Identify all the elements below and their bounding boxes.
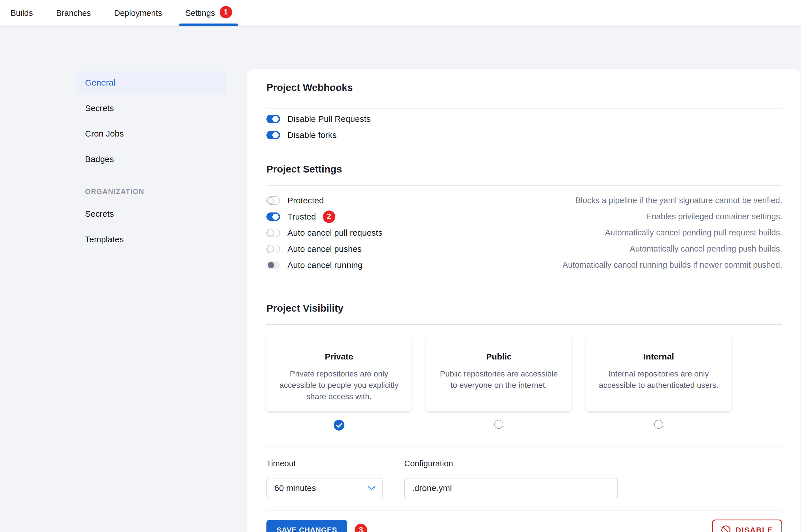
trusted-toggle[interactable] <box>266 212 280 221</box>
protected-toggle[interactable] <box>266 196 280 205</box>
configuration-label: Configuration <box>404 459 618 468</box>
visibility-cards: Private Private repositories are only ac… <box>266 336 782 411</box>
toggle-knob <box>268 262 274 268</box>
radio-cell-internal <box>586 420 731 431</box>
toggle-knob <box>267 229 274 236</box>
tab-builds[interactable]: Builds <box>11 0 33 26</box>
radio-cell-public <box>426 420 572 431</box>
tab-deployments[interactable]: Deployments <box>114 0 162 26</box>
visibility-card-public[interactable]: Public Public repositories are accessibl… <box>426 336 572 411</box>
save-changes-button[interactable]: SAVE CHANGES <box>266 520 347 532</box>
tab-builds-label: Builds <box>11 8 33 18</box>
public-radio[interactable] <box>494 420 503 429</box>
sidebar-item-label: Badges <box>85 154 114 164</box>
toggle-row-disable-forks: Disable forks <box>266 127 782 143</box>
setting-description: Blocks a pipeline if the yaml signature … <box>575 196 782 205</box>
project-settings-section-title: Project Settings <box>266 164 782 175</box>
toggle-knob <box>273 214 279 220</box>
toggle-label: Trusted <box>287 212 316 222</box>
timeout-field-group: Timeout 60 minutes <box>266 459 383 498</box>
actions-row: SAVE CHANGES 3 DISABLE <box>266 519 782 532</box>
project-settings-toggle-group: Protected Blocks a pipeline if the yaml … <box>266 192 782 273</box>
divider <box>266 108 782 109</box>
step-badge-3: 3 <box>355 524 367 532</box>
configuration-field-group: Configuration <box>404 459 618 498</box>
auto-cancel-pull-requests-toggle[interactable] <box>266 229 280 237</box>
divider <box>266 446 782 446</box>
divider <box>266 324 782 325</box>
sidebar-item-label: Cron Jobs <box>85 129 124 138</box>
toggle-label: Auto cancel running <box>287 260 362 270</box>
visibility-card-description: Public repositories are accessible to ev… <box>438 368 559 391</box>
sidebar-item-cron-jobs[interactable]: Cron Jobs <box>76 122 226 146</box>
toggle-row-trusted: Trusted 2 Enables privileged container s… <box>266 209 782 225</box>
check-icon <box>336 423 342 428</box>
timeout-select[interactable]: 60 minutes <box>266 478 383 498</box>
toggle-row-auto-cancel-pushes: Auto cancel pushes Automatically cancel … <box>266 241 782 257</box>
webhooks-toggle-group: Disable Pull Requests Disable forks <box>266 111 782 143</box>
disable-pull-requests-toggle[interactable] <box>266 115 280 123</box>
auto-cancel-running-toggle[interactable] <box>266 261 280 269</box>
top-nav: Builds Branches Deployments Settings 1 <box>0 0 801 26</box>
step-badge-1: 1 <box>220 6 232 18</box>
settings-sidebar: General Secrets Cron Jobs Badges ORGANIZ… <box>76 71 226 253</box>
webhooks-section-title: Project Webhooks <box>266 82 782 93</box>
tab-settings-label: Settings <box>185 8 215 18</box>
visibility-radio-row <box>266 420 782 431</box>
sidebar-item-org-secrets[interactable]: Secrets <box>76 202 226 226</box>
disable-forks-toggle[interactable] <box>266 131 280 139</box>
active-tab-indicator <box>179 23 238 26</box>
sidebar-section-organization: ORGANIZATION <box>76 188 226 196</box>
visibility-section-title: Project Visibility <box>266 303 782 314</box>
sidebar-item-general[interactable]: General <box>76 71 226 95</box>
setting-description: Enables privileged container settings. <box>646 212 782 221</box>
tab-deployments-label: Deployments <box>114 8 162 18</box>
prohibition-icon <box>721 526 730 532</box>
private-radio-checked[interactable] <box>334 420 344 431</box>
tab-settings[interactable]: Settings 1 <box>185 0 232 26</box>
toggle-label: Disable forks <box>287 130 336 140</box>
timeout-selected-value: 60 minutes <box>274 483 316 493</box>
internal-radio[interactable] <box>654 420 663 429</box>
configuration-input[interactable] <box>404 478 618 498</box>
setting-description: Automatically cancel pending pull reques… <box>605 228 782 238</box>
visibility-card-title: Internal <box>586 352 731 361</box>
chevron-down-icon <box>368 486 375 490</box>
radio-cell-private <box>266 420 412 431</box>
divider <box>266 185 782 186</box>
toggle-row-disable-pull-requests: Disable Pull Requests <box>266 111 782 127</box>
toggle-row-auto-cancel-pull-requests: Auto cancel pull requests Automatically … <box>266 225 782 241</box>
sidebar-item-org-templates[interactable]: Templates <box>76 227 226 251</box>
tab-branches[interactable]: Branches <box>56 0 91 26</box>
toggle-row-auto-cancel-running: Auto cancel running Automatically cancel… <box>266 257 782 273</box>
toggle-knob <box>273 116 279 122</box>
sidebar-item-badges[interactable]: Badges <box>76 147 226 171</box>
toggle-label: Auto cancel pull requests <box>287 228 383 238</box>
divider <box>266 510 782 511</box>
toggle-knob <box>273 132 279 138</box>
visibility-card-internal[interactable]: Internal Internal repositories are only … <box>586 336 731 411</box>
toggle-label: Disable Pull Requests <box>287 114 370 124</box>
sidebar-item-label: Secrets <box>85 209 114 219</box>
settings-panel: Project Webhooks Disable Pull Requests D… <box>247 69 800 532</box>
setting-description: Automatically cancel pending push builds… <box>630 244 782 253</box>
disable-button-label: DISABLE <box>735 526 773 532</box>
visibility-card-title: Public <box>426 352 572 361</box>
toggle-row-protected: Protected Blocks a pipeline if the yaml … <box>266 192 782 209</box>
visibility-card-private[interactable]: Private Private repositories are only ac… <box>266 336 412 411</box>
sidebar-item-secrets[interactable]: Secrets <box>76 96 226 120</box>
visibility-card-title: Private <box>266 352 412 361</box>
sidebar-item-label: Templates <box>85 234 124 244</box>
toggle-label: Protected <box>287 196 324 205</box>
setting-description: Automatically cancel running builds if n… <box>563 260 782 270</box>
toggle-knob <box>267 246 274 252</box>
timeout-label: Timeout <box>266 459 383 468</box>
form-row: Timeout 60 minutes Configuration <box>266 459 782 498</box>
tab-branches-label: Branches <box>56 8 91 18</box>
toggle-knob <box>267 197 274 204</box>
visibility-card-description: Private repositories are only accessible… <box>278 368 399 402</box>
sidebar-item-label: General <box>85 78 115 88</box>
disable-button[interactable]: DISABLE <box>712 519 782 532</box>
auto-cancel-pushes-toggle[interactable] <box>266 245 280 253</box>
toggle-label: Auto cancel pushes <box>287 244 362 254</box>
